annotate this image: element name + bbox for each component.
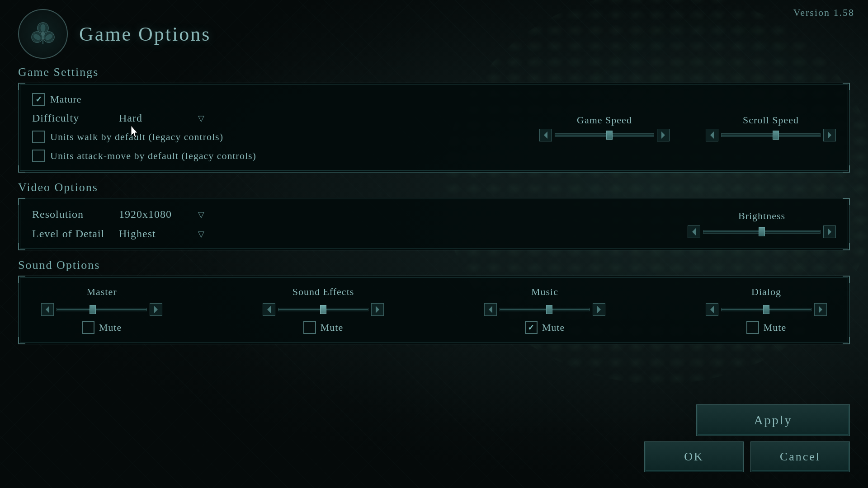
page-title: Game Options — [79, 23, 211, 46]
master-thumb[interactable] — [90, 305, 96, 314]
music-slider-left[interactable] — [484, 303, 497, 316]
master-channel: Master Mute — [41, 286, 162, 334]
sound-options-panel: Master Mute Sound Effects — [18, 276, 850, 344]
resolution-value: 868x488 — [119, 208, 191, 221]
game-settings-sliders: Game Speed Scroll Speed — [539, 114, 836, 141]
dialog-mute-checkbox[interactable] — [746, 321, 759, 334]
resolution-dropdown[interactable]: 868x488 ▽ — [119, 208, 204, 221]
resolution-arrow-icon: ▽ — [198, 210, 204, 220]
music-mute-row: Mute — [525, 321, 565, 334]
units-attack-label: Units attack-move by default (legacy con… — [50, 150, 256, 162]
sfx-slider-left[interactable] — [263, 303, 275, 316]
music-thumb[interactable] — [546, 305, 552, 314]
video-options-section-title: Video Options — [18, 181, 850, 194]
version-label: Version 1.58 — [793, 7, 854, 19]
brightness-label: Brightness — [738, 210, 785, 222]
scroll-speed-slider-left[interactable] — [706, 129, 718, 141]
scroll-speed-slider-right[interactable] — [823, 129, 836, 141]
brightness-slider-right[interactable] — [823, 225, 836, 238]
sfx-mute-label: Mute — [321, 322, 343, 333]
sound-channels-row: Master Mute Sound Effects — [32, 286, 836, 334]
units-walk-label: Units walk by default (legacy controls) — [50, 131, 223, 143]
game-speed-slider-group[interactable] — [539, 129, 670, 141]
game-settings-section-title: Game Settings — [18, 66, 850, 79]
units-walk-checkbox-container[interactable]: Units walk by default (legacy controls) — [32, 131, 256, 143]
scroll-speed-label: Scroll Speed — [743, 114, 799, 126]
mature-label: Mature — [50, 94, 82, 105]
sfx-label: Sound Effects — [292, 286, 354, 298]
dialog-thumb[interactable] — [763, 305, 769, 314]
brightness-slider-group[interactable] — [688, 225, 836, 238]
sound-options-section-title: Sound Options — [18, 258, 850, 272]
difficulty-arrow-icon: ▽ — [198, 113, 204, 123]
master-slider-group[interactable] — [41, 303, 162, 316]
game-speed-slider-left[interactable] — [539, 129, 552, 141]
sfx-slider-right[interactable] — [371, 303, 384, 316]
master-mute-checkbox[interactable] — [82, 321, 94, 334]
lod-arrow-icon: ▽ — [198, 229, 204, 239]
brightness-thumb[interactable] — [759, 227, 765, 236]
mature-checkbox[interactable] — [32, 93, 45, 106]
music-mute-checkbox[interactable] — [525, 321, 538, 334]
dialog-slider-right[interactable] — [814, 303, 827, 316]
units-attack-checkbox[interactable] — [32, 150, 45, 162]
dialog-mute-row: Mute — [746, 321, 786, 334]
logo — [18, 9, 68, 59]
sfx-channel: Sound Effects Mute — [263, 286, 384, 334]
units-walk-checkbox[interactable] — [32, 131, 45, 143]
video-options-panel: Resolution 868x488 ▽ Level of Detail H… — [18, 198, 850, 250]
game-speed-slider-right[interactable] — [657, 129, 670, 141]
sfx-thumb[interactable] — [320, 305, 326, 314]
dialog-slider-left[interactable] — [706, 303, 718, 316]
dialog-channel: Dialog Mute — [706, 286, 827, 334]
brightness-slider-container: Brightness — [688, 210, 836, 238]
master-mute-label: Mute — [99, 322, 122, 333]
dialog-mute-label: Mute — [764, 322, 786, 333]
scroll-speed-slider-container: Scroll Speed — [706, 114, 836, 141]
game-speed-thumb[interactable] — [606, 131, 613, 140]
music-slider-right[interactable] — [593, 303, 605, 316]
game-speed-label: Game Speed — [577, 114, 632, 126]
master-label: Master — [86, 286, 117, 298]
dialog-label: Dialog — [751, 286, 781, 298]
game-speed-slider-container: Game Speed — [539, 114, 670, 141]
scroll-speed-thumb[interactable] — [773, 131, 779, 140]
music-label: Music — [531, 286, 558, 298]
mature-checkbox-container[interactable]: Mature — [32, 93, 256, 106]
resolution-row: Resolution 868x488 ▽ — [32, 208, 204, 221]
lod-value: Highest — [119, 228, 191, 240]
difficulty-value: Hard — [119, 112, 191, 124]
difficulty-dropdown[interactable]: Hard ▽ — [119, 112, 204, 124]
master-mute-row: Mute — [82, 321, 122, 334]
lod-row: Level of Detail Highest ▽ — [32, 228, 204, 240]
svg-point-6 — [41, 24, 45, 32]
brightness-slider-left[interactable] — [688, 225, 700, 238]
master-slider-left[interactable] — [41, 303, 54, 316]
lod-dropdown[interactable]: Highest ▽ — [119, 228, 204, 240]
master-slider-right[interactable] — [150, 303, 162, 316]
sfx-slider-group[interactable] — [263, 303, 384, 316]
music-channel: Music Mute — [484, 286, 605, 334]
logo-icon — [27, 18, 59, 50]
scroll-speed-slider-group[interactable] — [706, 129, 836, 141]
sfx-mute-checkbox[interactable] — [303, 321, 316, 334]
music-mute-label: Mute — [542, 322, 565, 333]
header: Game Options — [18, 9, 850, 59]
dialog-slider-group[interactable] — [706, 303, 827, 316]
sfx-mute-row: Mute — [303, 321, 343, 334]
resolution-label: Resolution — [32, 208, 113, 221]
game-settings-panel: Mature Difficulty Hard ▽ Units walk by d… — [18, 83, 850, 173]
units-attack-checkbox-container[interactable]: Units attack-move by default (legacy con… — [32, 150, 256, 162]
lod-label: Level of Detail — [32, 228, 113, 240]
music-slider-group[interactable] — [484, 303, 605, 316]
difficulty-row: Difficulty Hard ▽ — [32, 112, 256, 124]
difficulty-label: Difficulty — [32, 112, 113, 124]
